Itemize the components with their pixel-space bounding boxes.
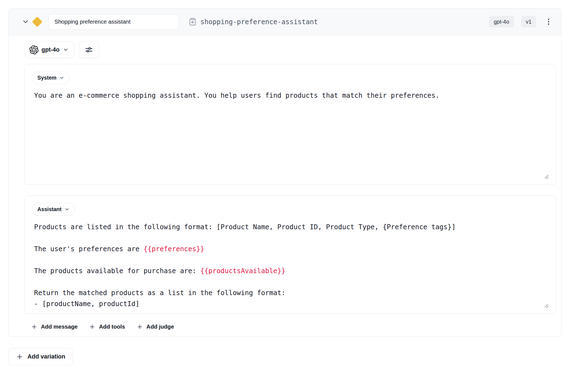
model-badge: gpt-4o: [489, 16, 514, 27]
template-variable: {{productsAvailable}}: [200, 267, 286, 275]
plus-icon: [89, 324, 95, 330]
model-row: gpt-4o: [24, 41, 561, 58]
kebab-menu-icon[interactable]: [544, 18, 553, 26]
copy-slug-clipboard-icon[interactable]: [189, 18, 197, 26]
plus-icon: [31, 324, 37, 330]
prompt-card: shopping-preference-assistant gpt-4o v1 …: [8, 8, 562, 337]
prompt-diamond-icon: [32, 16, 42, 27]
resize-handle-icon[interactable]: [544, 303, 550, 309]
assistant-message-block: Assistant Products are listed in the fol…: [24, 195, 556, 314]
add-tools-button[interactable]: Add tools: [86, 320, 128, 333]
plus-icon: [137, 324, 143, 330]
header-right: gpt-4o v1: [489, 16, 553, 27]
chevron-down-icon: [59, 75, 64, 80]
role-select-system[interactable]: System: [32, 71, 70, 84]
prompt-title-input[interactable]: [49, 14, 179, 30]
model-select-button[interactable]: gpt-4o: [24, 41, 74, 58]
plus-icon: [16, 353, 23, 360]
add-judge-button[interactable]: Add judge: [133, 320, 177, 333]
prompt-slug: shopping-preference-assistant: [200, 18, 318, 26]
sliders-icon: [85, 46, 93, 54]
role-label: Assistant: [37, 206, 62, 212]
add-message-label: Add message: [41, 323, 78, 330]
chevron-down-icon: [63, 47, 69, 53]
add-message-button[interactable]: Add message: [28, 320, 81, 333]
prompt-card-header: shopping-preference-assistant gpt-4o v1: [9, 9, 561, 35]
add-judge-label: Add judge: [146, 323, 174, 330]
model-select-label: gpt-4o: [41, 46, 60, 53]
role-select-assistant[interactable]: Assistant: [32, 203, 75, 216]
assistant-message-content[interactable]: Products are listed in the following for…: [34, 222, 546, 309]
collapse-chevron-icon[interactable]: [22, 18, 29, 26]
message-text: Return the matched products as a list in…: [34, 289, 286, 308]
resize-handle-icon[interactable]: [544, 174, 550, 180]
add-variation-label: Add variation: [27, 353, 65, 360]
message-text: Products are listed in the following for…: [34, 223, 456, 253]
system-message-block: System You are an e-commerce shopping as…: [24, 64, 556, 185]
message-text: You are an e-commerce shopping assistant…: [34, 91, 439, 99]
chevron-down-icon: [64, 207, 70, 212]
add-tools-label: Add tools: [99, 323, 125, 330]
add-variation-button[interactable]: Add variation: [8, 348, 73, 365]
system-message-content[interactable]: You are an e-commerce shopping assistant…: [34, 90, 546, 101]
slug-group: shopping-preference-assistant: [189, 18, 318, 26]
template-variable: {{preferences}}: [143, 245, 204, 253]
message-text: The products available for purchase are:: [34, 267, 200, 275]
version-badge: v1: [521, 16, 536, 27]
footer-actions: Add message Add tools Add judge: [28, 320, 561, 333]
role-label: System: [37, 75, 56, 81]
openai-logo-icon: [29, 45, 38, 54]
model-settings-button[interactable]: [79, 41, 99, 58]
